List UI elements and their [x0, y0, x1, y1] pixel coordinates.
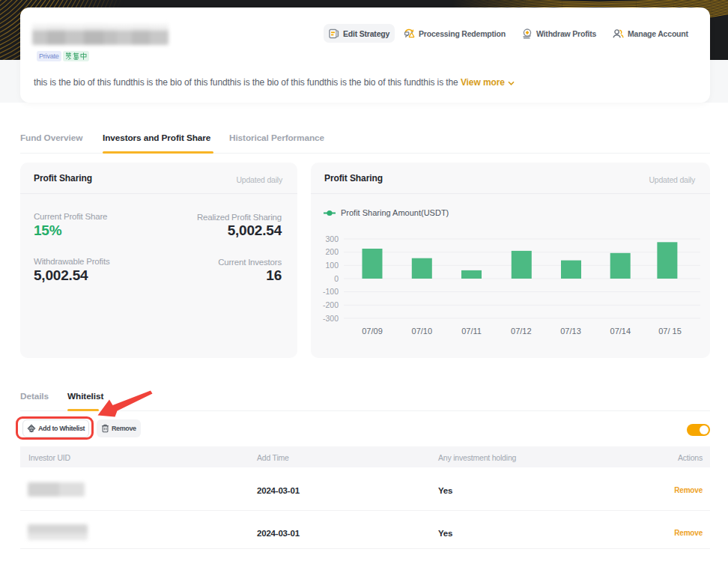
- svg-text:07/09: 07/09: [362, 327, 383, 336]
- svg-text:07/14: 07/14: [610, 327, 631, 336]
- svg-text:07/11: 07/11: [461, 327, 482, 336]
- svg-text:07/13: 07/13: [560, 327, 581, 336]
- svg-text:Profit Sharing Amount(USDT): Profit Sharing Amount(USDT): [341, 208, 449, 217]
- svg-text:200: 200: [325, 247, 339, 256]
- svg-text:-300: -300: [323, 314, 339, 323]
- svg-text:07/10: 07/10: [412, 327, 433, 336]
- svg-text:0: 0: [334, 274, 339, 283]
- svg-text:300: 300: [325, 234, 339, 243]
- svg-text:07/12: 07/12: [511, 327, 532, 336]
- svg-text:100: 100: [325, 261, 339, 270]
- svg-text:-100: -100: [323, 287, 339, 296]
- svg-text:07/ 15: 07/ 15: [658, 327, 682, 336]
- svg-text:-200: -200: [323, 300, 339, 309]
